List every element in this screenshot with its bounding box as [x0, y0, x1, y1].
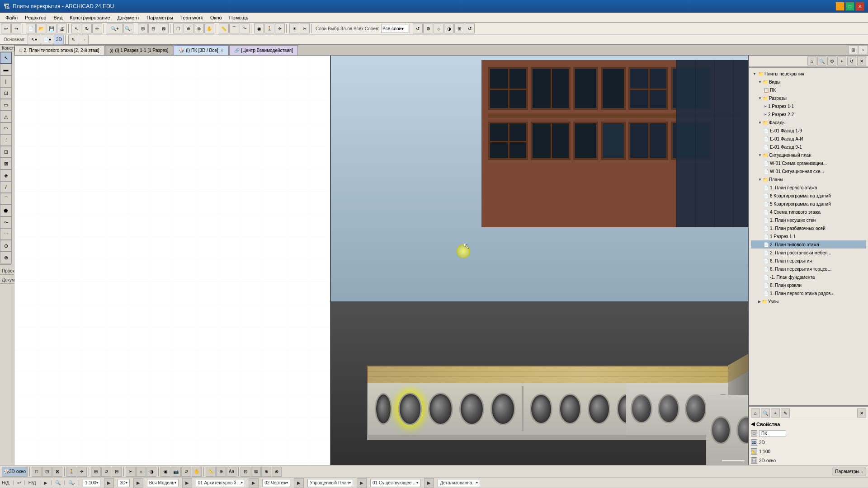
- snap-tool[interactable]: ⊟: [148, 23, 158, 33]
- tool-figure[interactable]: ⊕: [0, 240, 12, 252]
- osnov-select[interactable]: ↖: [68, 35, 78, 45]
- tool-spline[interactable]: 〜: [0, 216, 12, 228]
- tool-slab[interactable]: ▭: [0, 99, 12, 111]
- tree-plan-5[interactable]: 📄 1. План несущих стен: [751, 216, 866, 224]
- line-tool[interactable]: 📏: [219, 23, 229, 33]
- tree-section-1[interactable]: ✂ 1 Разрез 1-1: [751, 102, 866, 110]
- minimize-button[interactable]: —: [835, 2, 844, 11]
- tree-situation-folder[interactable]: ▼ 📁 Ситуационный план: [751, 151, 866, 159]
- bt-section-icon[interactable]: ⊠: [52, 467, 62, 477]
- tree-plan-12[interactable]: 📄 -1. План фундамента: [751, 273, 866, 281]
- menu-params[interactable]: Параметры: [143, 14, 177, 21]
- bt-section-cut-btn[interactable]: ✂: [126, 467, 136, 477]
- statusbar-zoom-out-icon[interactable]: 🔍-: [68, 480, 79, 485]
- statusbar-scale-dropdown[interactable]: 1:100 ▾: [83, 479, 100, 487]
- tool-beam[interactable]: ⊡: [0, 87, 12, 99]
- settings-tool[interactable]: ⚙: [423, 23, 433, 33]
- menu-teamwork[interactable]: Teamwork: [177, 14, 207, 21]
- statusbar-zoom-icon[interactable]: 🔍: [55, 480, 65, 485]
- redo-button[interactable]: ↪: [11, 23, 21, 33]
- render-tool[interactable]: ☀: [289, 23, 299, 33]
- maximize-button[interactable]: □: [845, 2, 854, 11]
- curve-tool[interactable]: 〜: [240, 23, 250, 33]
- tree-view-pk[interactable]: 📋 ПК: [751, 86, 866, 94]
- rp-search-icon[interactable]: 🔍: [817, 56, 826, 66]
- tool-railing[interactable]: ⊞: [0, 146, 12, 158]
- tab-center[interactable]: 🔗 [Центр Взаимодействия]: [229, 45, 298, 55]
- view-arrow-right-icon[interactable]: ›: [858, 45, 868, 54]
- sun-tool[interactable]: ☼: [434, 23, 443, 33]
- tree-facade-1[interactable]: 📄 Е-01 Фасад 1-9: [751, 127, 866, 135]
- statusbar-layer-combo[interactable]: 01 Архитектурный ... ▾: [196, 479, 245, 487]
- section-tool[interactable]: ✂: [300, 23, 310, 33]
- extra-tool[interactable]: ↺: [465, 23, 475, 33]
- prop-value-name[interactable]: ПК: [759, 430, 786, 437]
- statusbar-doc-dropdown[interactable]: 02 Чертеж ▾: [262, 479, 290, 487]
- view-3d-viewport[interactable]: ↖: [331, 56, 748, 465]
- tree-plan-11[interactable]: 📄 6. План перекрытия торцев...: [751, 265, 866, 273]
- osnov-next[interactable]: →: [79, 35, 89, 45]
- statusbar-render-dropdown[interactable]: Вся Модель ▾: [147, 479, 179, 487]
- statusbar-doc-nav[interactable]: ▶: [294, 478, 304, 488]
- bt-elements-btn[interactable]: ↺: [101, 467, 111, 477]
- statusbar-view-nav[interactable]: ▶: [133, 478, 143, 488]
- bt-extra1-btn[interactable]: ⊡: [241, 467, 250, 477]
- tab-3d-close-icon[interactable]: ✕: [220, 48, 224, 53]
- bt-pan-btn[interactable]: ✋: [192, 467, 202, 477]
- statusbar-layer-nav[interactable]: ▶: [249, 478, 259, 488]
- statusbar-display-nav[interactable]: ▶: [357, 478, 367, 488]
- menu-design[interactable]: Конструирование: [66, 14, 113, 21]
- tree-views-section[interactable]: ▼ 📁 Виды: [751, 78, 866, 86]
- statusbar-view-dropdown[interactable]: 3D ▾: [118, 479, 130, 487]
- wire-tool[interactable]: ⊞: [454, 23, 464, 33]
- tree-plan-4[interactable]: 📄 4 Схема типового этажа: [751, 208, 866, 216]
- tool-morph[interactable]: ◈: [0, 169, 12, 181]
- tab-plan-typical[interactable]: □ 2. План типового этажа [2, 2-й этаж]: [14, 45, 104, 55]
- tool-hatch[interactable]: ⋯: [0, 228, 12, 240]
- grid-tool[interactable]: ⊞: [138, 23, 148, 33]
- tree-plan-1[interactable]: 📄 1. План первого этажа: [751, 183, 866, 192]
- drag-tool[interactable]: ✋: [204, 23, 214, 33]
- statusbar-scale-nav[interactable]: ▶: [104, 478, 114, 488]
- tree-plan-2[interactable]: 📄 6 Квартирограмма на зданий: [751, 192, 866, 200]
- rotate-tool[interactable]: ↻: [82, 23, 92, 33]
- rp-close-icon[interactable]: ✕: [857, 56, 866, 66]
- bt-photo-btn[interactable]: 📷: [171, 467, 181, 477]
- view-layout-icon[interactable]: ⊞: [848, 45, 858, 54]
- osnov-arrow[interactable]: ↖▾: [28, 35, 40, 45]
- open-button[interactable]: 📂: [36, 23, 46, 33]
- props-edit-icon[interactable]: ✎: [781, 408, 790, 418]
- tool-arrow[interactable]: ↖: [0, 52, 12, 64]
- print-button[interactable]: 🖨: [57, 23, 67, 33]
- bt-layers-btn[interactable]: ⊞: [91, 467, 101, 477]
- close-button[interactable]: ✕: [855, 2, 864, 11]
- statusbar-layerfilter-dropdown[interactable]: 01 Существующее ... ▾: [370, 479, 420, 487]
- menu-view[interactable]: Вид: [50, 14, 66, 21]
- tool-poly[interactable]: ⬟: [0, 205, 12, 216]
- tool-roof[interactable]: △: [0, 111, 12, 122]
- rp-settings-icon[interactable]: ⚙: [827, 56, 836, 66]
- rp-refresh-icon[interactable]: ↺: [847, 56, 856, 66]
- tab-section-1[interactable]: (i) (i) 1 Разрез 1-1 [1 Разрез]: [105, 45, 174, 55]
- bt-sun-btn[interactable]: ☼: [136, 467, 146, 477]
- arc-tool[interactable]: ⌒: [229, 23, 239, 33]
- tree-plan-13[interactable]: 📄 8. План кровли: [751, 281, 866, 289]
- bt-3d-icon[interactable]: ⊡: [42, 467, 52, 477]
- tool-column[interactable]: |: [0, 75, 12, 87]
- tree-facade-2[interactable]: 📄 Е-01 Фасад А-И: [751, 135, 866, 143]
- tool-arc[interactable]: ⌒: [0, 193, 12, 205]
- bt-extra2-btn[interactable]: ⊠: [251, 467, 261, 477]
- tree-facade-3[interactable]: 📄 Е-01 Фасад 9-1: [751, 143, 866, 151]
- pen-tool[interactable]: ✏: [92, 23, 102, 33]
- arrow-tool[interactable]: ↖: [71, 23, 81, 33]
- osnov-page[interactable]: 📄▾: [41, 35, 53, 45]
- project-tree[interactable]: ▼ 📁 Плиты перекрытия ▼ 📁 Виды 📋 ПК: [749, 68, 868, 405]
- shade-tool[interactable]: ◑: [444, 23, 454, 33]
- walk-tool[interactable]: 🚶: [264, 23, 274, 33]
- save-button[interactable]: 💾: [47, 23, 57, 33]
- magic-wand-tool[interactable]: ⊕: [184, 23, 193, 33]
- tree-situation-2[interactable]: 📄 W-01 Ситуационная схе...: [751, 167, 866, 175]
- undo-button[interactable]: ↩: [1, 23, 11, 33]
- bt-walk-btn[interactable]: 🚶: [66, 467, 76, 477]
- menu-window[interactable]: Окно: [207, 14, 226, 21]
